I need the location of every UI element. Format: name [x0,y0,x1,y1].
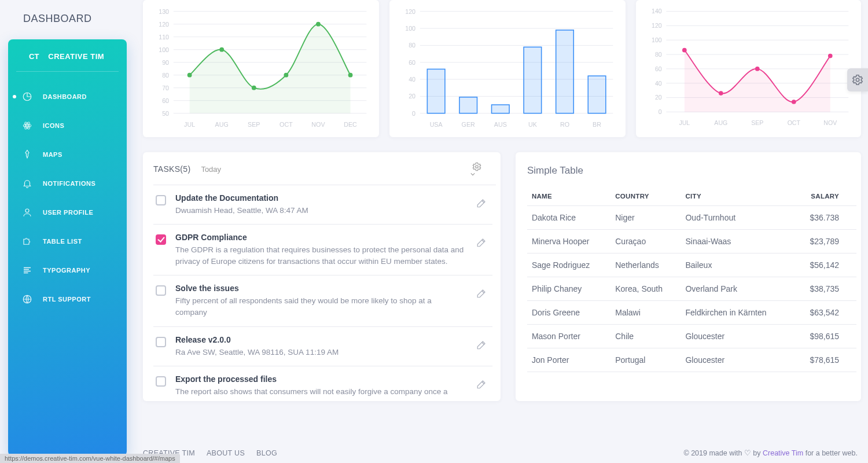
pencil-icon[interactable] [474,337,489,352]
task-title: Update the Documentation [175,193,465,203]
table-cell: Baileux [681,253,793,277]
svg-text:0: 0 [659,108,662,115]
table-cell: $36.738 [793,205,856,229]
svg-text:AUG: AUG [715,119,728,126]
sidebar-item-user-profile[interactable]: USER PROFILE [8,198,127,227]
svg-text:GER: GER [462,121,475,128]
sidebar-item-label: TABLE LIST [43,238,82,245]
svg-text:OCT: OCT [279,121,293,128]
sidebar-item-dashboard[interactable]: DASHBOARD [8,82,127,111]
sidebar-item-table-list[interactable]: TABLE LIST [8,227,127,256]
task-row: Solve the issuesFifty percent of all res… [153,275,492,326]
sidebar-item-label: TYPOGRAPHY [43,267,90,274]
task-checkbox[interactable] [156,234,166,245]
task-subtitle: Dwuamish Head, Seattle, WA 8:47 AM [175,205,465,216]
settings-fab[interactable] [847,68,868,91]
tasks-settings-icon[interactable] [472,161,482,177]
pencil-icon[interactable] [474,377,489,392]
svg-text:JUL: JUL [679,119,690,126]
brand-name: CREATIVE TIM [48,52,104,61]
pie-icon [21,90,34,103]
table-row: Philip ChaneyKorea, SouthOverland Park$3… [527,277,856,300]
svg-rect-62 [588,76,606,113]
svg-point-1 [27,125,28,127]
svg-point-90 [856,78,859,82]
table-row: Minerva HooperCuraçaoSinaai-Waas$23,789 [527,229,856,253]
svg-point-84 [682,48,687,53]
task-checkbox[interactable] [156,376,166,387]
svg-point-32 [219,47,224,52]
table-cell: Overland Park [681,277,793,300]
footer-link[interactable]: BLOG [256,449,277,457]
table-cell: $78,615 [793,348,856,372]
task-list[interactable]: Update the DocumentationDwuamish Head, S… [153,185,496,396]
task-title: Export the processed files [175,374,465,384]
svg-text:60: 60 [655,65,662,72]
sidebar-item-icons[interactable]: ICONS [8,111,127,140]
sidebar-item-rtl-support[interactable]: RTL SUPPORT [8,285,127,314]
task-checkbox[interactable] [156,337,166,347]
copyright-link[interactable]: Creative Tim [763,449,803,457]
sidebar-item-label: MAPS [43,151,62,158]
sidebar-nav: DASHBOARDICONSMAPSNOTIFICATIONSUSER PROF… [8,82,127,314]
align-icon [21,264,34,277]
bell-icon [21,177,34,190]
svg-text:40: 40 [409,76,415,83]
svg-text:AUS: AUS [494,121,507,128]
table-cell: Gloucester [681,324,793,348]
table-scroll[interactable]: NAMECOUNTRYCITYSALARY Dakota RiceNigerOu… [527,187,856,396]
sidebar-item-label: DASHBOARD [43,93,87,100]
svg-point-34 [284,73,288,78]
svg-text:JUL: JUL [184,121,195,128]
sidebar-item-maps[interactable]: MAPS [8,140,127,169]
svg-rect-59 [492,105,510,113]
pencil-icon[interactable] [474,235,489,250]
svg-point-2 [23,124,31,127]
sidebar-item-typography[interactable]: TYPOGRAPHY [8,256,127,285]
pin-icon [21,148,34,161]
svg-point-35 [316,22,321,27]
table-cell: $56,142 [793,253,856,277]
task-title: GDPR Compliance [175,233,465,242]
table-cell: Netherlands [610,253,681,277]
table-cell: Dakota Rice [527,205,610,229]
copyright-prefix: © 2019 made with ♡ by [683,449,763,457]
table-cell: Gloucester [681,348,793,372]
svg-text:110: 110 [159,34,169,41]
table-cell: $23,789 [793,229,856,253]
svg-text:NOV: NOV [311,121,325,128]
sidebar-item-label: ICONS [43,122,64,129]
pencil-icon[interactable] [474,196,489,211]
svg-text:50: 50 [162,110,169,117]
svg-point-31 [187,73,192,78]
task-checkbox[interactable] [156,285,166,296]
table-row: Doris GreeneMalawiFeldkirchen in Kärnten… [527,300,856,324]
footer-link[interactable]: ABOUT US [207,449,245,457]
svg-point-89 [476,166,479,168]
task-title: Release v2.0.0 [175,335,465,344]
table-row: Mason PorterChileGloucester$98,615 [527,324,856,348]
svg-rect-57 [427,69,445,113]
sidebar-item-notifications[interactable]: NOTIFICATIONS [8,169,127,198]
svg-text:NOV: NOV [823,119,837,126]
table-row: Dakota RiceNigerOud-Turnhout$36.738 [527,205,856,229]
footer-copyright: © 2019 made with ♡ by Creative Tim for a… [683,449,858,457]
table-cell: Portugal [610,348,681,372]
simple-table: NAMECOUNTRYCITYSALARY Dakota RiceNigerOu… [527,187,856,372]
task-checkbox[interactable] [156,195,166,205]
task-subtitle: Fifty percent of all respondents said th… [175,295,465,318]
svg-text:OCT: OCT [788,119,801,126]
table-cell: $98,615 [793,324,856,348]
brand[interactable]: CT CREATIVE TIM [16,52,119,72]
svg-point-33 [252,86,256,90]
task-row: Update the DocumentationDwuamish Head, S… [153,185,492,225]
table-row: Sage RodriguezNetherlandsBaileux$56,142 [527,253,856,277]
svg-point-87 [792,100,796,104]
svg-text:100: 100 [652,36,662,43]
svg-text:20: 20 [655,94,662,101]
user-icon [21,206,34,219]
svg-text:120: 120 [652,22,662,29]
svg-text:100: 100 [405,25,415,32]
task-title: Solve the issues [175,284,465,293]
pencil-icon[interactable] [474,286,489,301]
